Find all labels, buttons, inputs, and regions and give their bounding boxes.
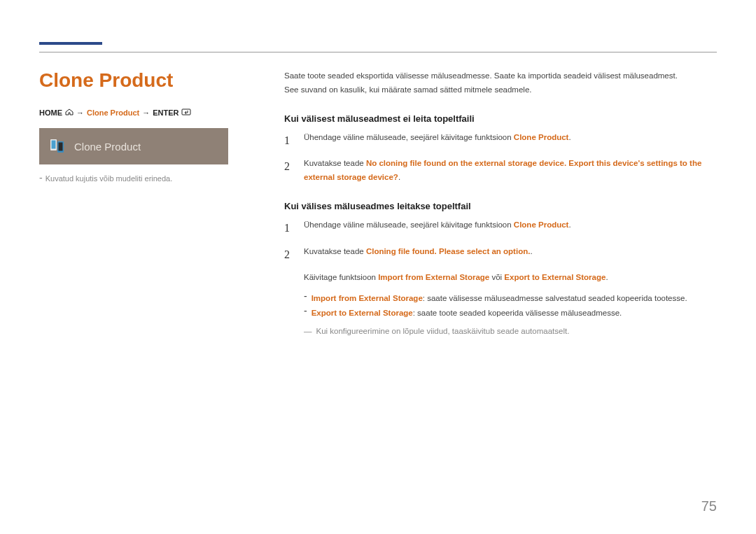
page-number: 75 <box>701 498 717 514</box>
step-number: 2 <box>284 245 294 264</box>
section-1-steps: 1 Ühendage väline mäluseade, seejärel kä… <box>284 131 717 184</box>
left-column: Clone Product HOME → Clone Product → ENT… <box>39 69 228 338</box>
bullet-highlight: Export to External Storage <box>312 309 413 317</box>
dash-icon: - <box>304 291 307 306</box>
step-highlight: Clone Product <box>514 220 569 229</box>
step-number: 2 <box>284 157 294 184</box>
step-row: 2 Kuvatakse teade No cloning file found … <box>284 157 717 184</box>
clone-product-panel: Clone Product <box>39 128 228 164</box>
dash-icon: - <box>39 174 43 181</box>
top-accent-bar <box>39 42 717 49</box>
page-title: Clone Product <box>39 69 228 92</box>
bullet-item: - Export to External Storage: saate toot… <box>304 306 717 321</box>
intro-line-2: See suvand on kasulik, kui määrate samad… <box>284 83 717 97</box>
bullet-highlight: Import from External Storage <box>312 294 423 302</box>
bullet-body: : saate toote seaded kopeerida välisesse… <box>413 309 622 317</box>
breadcrumb-arrow: → <box>76 108 84 117</box>
dash-icon: ― <box>304 325 312 339</box>
step-highlight: Clone Product <box>514 133 569 141</box>
clone-product-icon <box>49 137 67 155</box>
final-note-text: Kui konfigureerimine on lõpule viidud, t… <box>316 325 570 339</box>
section-1-heading: Kui välisest mäluseadmest ei leita topel… <box>284 113 717 124</box>
bullet-text: Export to External Storage: saate toote … <box>312 306 622 321</box>
svg-rect-4 <box>59 143 63 151</box>
step-body: Ühendage väline mäluseade, seejärel käiv… <box>304 218 717 237</box>
disclaimer-text: Kuvatud kujutis võib mudeliti erineda. <box>46 174 173 183</box>
step-text: Kuvatakse teade <box>304 247 366 255</box>
subnote-text: Käivitage funktsioon <box>304 273 378 281</box>
step-text: Kuvatakse teade <box>304 159 366 167</box>
step-text: . <box>568 133 570 141</box>
panel-label: Clone Product <box>74 141 141 153</box>
step-text: Ühendage väline mäluseade, seejärel käiv… <box>304 220 514 229</box>
step-number: 1 <box>284 218 294 237</box>
step-row: 1 Ühendage väline mäluseade, seejärel kä… <box>284 131 717 150</box>
breadcrumb-enter: ENTER <box>153 108 178 117</box>
intro-line-1: Saate toote seaded eksportida välisesse … <box>284 69 717 83</box>
breadcrumb: HOME → Clone Product → ENTER <box>39 108 228 117</box>
image-disclaimer: - Kuvatud kujutis võib mudeliti erineda. <box>39 174 228 183</box>
subnote-text: . <box>606 273 608 281</box>
step-row: 1 Ühendage väline mäluseade, seejärel kä… <box>284 218 717 237</box>
subnote-highlight: Export to External Storage <box>504 273 606 281</box>
step-body: Kuvatakse teade No cloning file found on… <box>304 157 717 184</box>
section-2-heading: Kui välises mäluseadmes leitakse topeltf… <box>284 201 717 211</box>
home-icon <box>65 108 74 117</box>
svg-rect-2 <box>52 141 56 149</box>
subnote-highlight: Import from External Storage <box>378 273 489 281</box>
breadcrumb-item: Clone Product <box>87 108 139 117</box>
bullet-text: Import from External Storage: saate väli… <box>312 291 687 306</box>
step-text: Ühendage väline mäluseade, seejärel käiv… <box>304 133 514 141</box>
step-number: 1 <box>284 131 294 150</box>
intro-text: Saate toote seaded eksportida välisesse … <box>284 69 717 97</box>
step-row: 2 Kuvatakse teade Cloning file found. Pl… <box>284 245 717 264</box>
step-text: . <box>530 247 532 255</box>
subnote-text: või <box>489 273 504 281</box>
top-divider <box>39 52 717 52</box>
dash-icon: - <box>304 306 307 321</box>
breadcrumb-arrow: → <box>142 108 150 117</box>
step-body: Kuvatakse teade Cloning file found. Plea… <box>304 245 717 264</box>
section-2-steps: 1 Ühendage väline mäluseade, seejärel kä… <box>284 218 717 263</box>
bullet-list: - Import from External Storage: saate vä… <box>304 291 717 320</box>
section-2-subnote: Käivitage funktsioon Import from Externa… <box>304 271 717 285</box>
enter-icon <box>181 108 191 117</box>
step-body: Ühendage väline mäluseade, seejärel käiv… <box>304 131 717 150</box>
step-text: . <box>568 220 570 229</box>
bullet-body: : saate välisesse mäluseadmesse salvesta… <box>423 294 687 302</box>
step-text: . <box>398 173 400 181</box>
breadcrumb-home: HOME <box>39 108 62 117</box>
final-note: ― Kui konfigureerimine on lõpule viidud,… <box>304 325 717 339</box>
step-highlight: Cloning file found. Please select an opt… <box>366 247 531 255</box>
bullet-item: - Import from External Storage: saate vä… <box>304 291 717 306</box>
right-column: Saate toote seaded eksportida välisesse … <box>284 69 717 338</box>
